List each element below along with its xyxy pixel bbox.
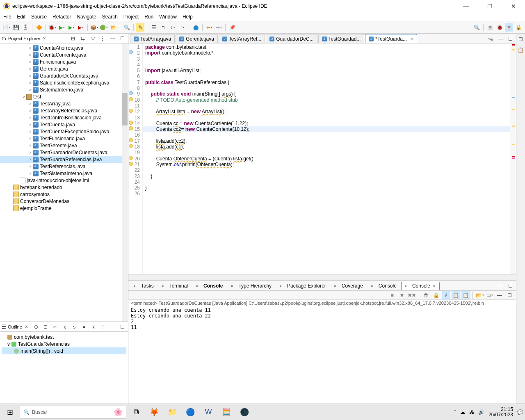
project-tree[interactable]: >CuentaAhorros.java>CuentaCorriente.java… <box>0 43 128 322</box>
tree-item[interactable]: ConversorDeMonedas <box>0 198 128 205</box>
outline-az-button[interactable]: aᶻ <box>51 323 59 331</box>
console-output[interactable]: Estoy creando una cuenta 11 Estoy creand… <box>128 306 516 404</box>
collapse-all-button[interactable]: ⊟ <box>69 34 77 43</box>
bottom-tab-type-hierarchy[interactable]: ▫Type Hierarchy <box>227 282 275 290</box>
open-type-button[interactable]: 🔶 <box>35 23 43 32</box>
save-all-button[interactable]: 🗄 <box>21 23 30 32</box>
filter-button[interactable]: ▽ <box>89 34 97 43</box>
bottom-tab-console[interactable]: ▫Console <box>368 282 400 290</box>
perspective-open-button[interactable]: 🔓 <box>514 23 523 32</box>
editor-tab[interactable]: TestGuardad... <box>318 34 365 43</box>
bottom-tab-coverage[interactable]: ▫Coverage <box>331 282 367 290</box>
console-remove-all-button[interactable]: ✖✖ <box>408 291 416 299</box>
console-show-std-button[interactable]: 📋 <box>452 291 460 299</box>
ext-tools-button[interactable]: ▶ <box>77 23 85 32</box>
new-class-button[interactable]: 🟢 <box>100 23 108 32</box>
close-outline-button[interactable]: ✕ <box>24 324 29 329</box>
outline-hide-fields-button[interactable]: ⚹ <box>61 323 68 331</box>
file-explorer-icon[interactable]: 📁 <box>164 406 180 419</box>
close-button[interactable]: ✕ <box>505 0 522 12</box>
bottom-tab-terminal[interactable]: ▫Terminal <box>158 282 192 290</box>
debug-button[interactable]: 🐞 <box>48 23 57 32</box>
console-minimize-button[interactable]: — <box>495 291 504 299</box>
tree-item[interactable]: bytebank.heredado <box>0 184 128 191</box>
tree-item[interactable]: >CuentaCorriente.java <box>0 51 128 58</box>
editor-hscroll[interactable] <box>128 274 516 281</box>
bottom-tab-tasks[interactable]: ▫Tasks <box>130 282 158 290</box>
console-scroll-lock-button[interactable]: 🔒 <box>432 291 440 299</box>
tree-item[interactable]: >Funcionario.java <box>0 58 128 65</box>
editor-tab[interactable]: TestArrayRef... <box>219 34 265 43</box>
menu-search[interactable]: Search <box>102 14 118 20</box>
menu-help[interactable]: Help <box>183 14 193 20</box>
outline-item[interactable]: vTestGuardaReferencias <box>2 340 126 347</box>
bottom-tab-package-explorer[interactable]: ▫Package Explorer <box>276 282 330 290</box>
toggle-breadcrumb-button[interactable]: ☰ <box>150 23 158 32</box>
outline-focus-button[interactable]: ⊙ <box>32 323 40 331</box>
calculator-icon[interactable]: 🧮 <box>218 406 235 419</box>
bottom-tab-console[interactable]: ▫Console ✕ <box>401 282 440 290</box>
eclipse-taskbar-icon[interactable]: 🌑 <box>236 406 253 419</box>
task-view-button[interactable]: ⧉ <box>128 406 144 419</box>
taskbar-search[interactable]: 🔍 Buscar 🌸 <box>20 406 126 419</box>
pin-editor-button[interactable]: 📌 <box>228 23 236 32</box>
back-button[interactable]: ⬅ <box>205 23 213 32</box>
forward-button[interactable]: ➡ <box>215 23 223 32</box>
firefox-icon[interactable]: 🦊 <box>146 406 162 419</box>
tree-item[interactable]: >CuentaAhorros.java <box>0 44 128 51</box>
minimize-view-button[interactable]: — <box>108 34 116 43</box>
outline-tree[interactable]: com.bytebank.testvTestGuardaReferenciasm… <box>0 332 128 404</box>
tree-item[interactable]: >TestSistemaInterno.java <box>0 170 128 177</box>
open-type-hierarchy-button[interactable]: 📂 <box>109 23 117 32</box>
perspective-debug-button[interactable]: 🐞 <box>495 23 504 32</box>
search-button[interactable]: 🔍 <box>123 23 131 32</box>
console-clear-button[interactable]: 🗑 <box>422 291 430 299</box>
menu-edit[interactable]: Edit <box>17 14 25 20</box>
run-button[interactable]: ▶ <box>58 23 66 32</box>
code-content[interactable]: package com.bytebank.test;import com.byt… <box>143 43 510 274</box>
outline-menu-button[interactable]: ⋮ <box>99 323 107 331</box>
tree-item[interactable]: >GuardadorDeCuentas.java <box>0 72 128 79</box>
console-terminate-button[interactable]: ■ <box>388 291 396 299</box>
console-maximize-button[interactable]: ☐ <box>505 291 514 299</box>
tree-item[interactable]: >SaldoInsuficienteException.java <box>0 79 128 86</box>
tree-item[interactable]: >TestControlBonificacion.java <box>0 114 128 121</box>
tree-scrollbar[interactable] <box>122 43 128 322</box>
minimize-button[interactable]: — <box>458 0 474 12</box>
maximize-button[interactable]: ☐ <box>482 0 498 12</box>
chrome-icon[interactable]: 🔵 <box>182 406 199 419</box>
close-view-button[interactable]: ✕ <box>42 36 47 41</box>
menu-window[interactable]: Window <box>159 14 177 20</box>
menu-navigate[interactable]: Navigate <box>77 14 96 20</box>
restore-view-button[interactable]: ☐ <box>517 35 525 43</box>
menu-refactor[interactable]: Refactor <box>52 14 71 20</box>
perspective-java-button[interactable]: ☕ <box>486 23 494 32</box>
start-button[interactable]: ⊞ <box>2 406 18 419</box>
editor-tab[interactable]: TestArray.java <box>130 34 175 43</box>
next-annotation-button[interactable]: ↓ <box>169 23 177 32</box>
editor-tab[interactable]: GuardadorDeC... <box>266 34 317 43</box>
perspective-jee-button[interactable]: ☕ <box>505 23 513 32</box>
skip-breakpoints-button[interactable]: ⬤ <box>192 23 200 32</box>
tree-item[interactable]: ejemploFrame <box>0 205 128 212</box>
tree-item[interactable]: >TestGerente.java <box>0 142 128 149</box>
quick-access-button[interactable]: 🔍 <box>472 23 481 32</box>
minimized-view-icon[interactable]: 📋 <box>517 46 525 54</box>
save-button[interactable]: 💾 <box>12 23 20 32</box>
word-icon[interactable]: W <box>200 406 217 419</box>
notifications-icon[interactable]: 💬 <box>517 409 523 415</box>
outline-hide-local-button[interactable]: ⚹ <box>89 323 97 331</box>
tree-item[interactable]: >TestFuncionario.java <box>0 135 128 142</box>
console-show-err-button[interactable]: 📋 <box>461 291 470 299</box>
code-editor[interactable]: 1234567891011121314151617181920212223242… <box>128 43 516 274</box>
link-editor-button[interactable]: ⇆ <box>79 34 87 43</box>
bottom-min-button[interactable]: — <box>496 282 504 290</box>
new-package-button[interactable]: 📦 <box>90 23 98 32</box>
tray-cloud-icon[interactable]: ☁ <box>460 409 465 415</box>
tree-item[interactable]: >TestGuardaReferencias.java <box>0 156 128 163</box>
tree-item[interactable]: >TestCuenta.java <box>0 121 128 128</box>
tree-item[interactable]: carrosymotos <box>0 191 128 198</box>
tray-network-icon[interactable]: 🖧 <box>469 409 474 415</box>
scrollbar-thumb[interactable] <box>122 93 128 126</box>
prev-annotation-button[interactable]: ↑ <box>178 23 186 32</box>
